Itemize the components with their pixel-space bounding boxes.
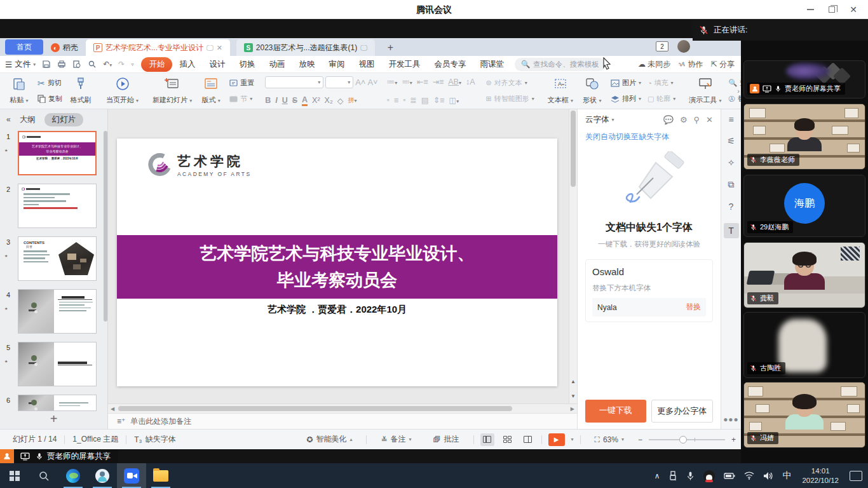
decrease-indent-button[interactable]: ⇤≡ xyxy=(417,77,428,86)
tray-mic-icon[interactable] xyxy=(683,463,698,488)
menu-tab-animation[interactable]: 动画 xyxy=(262,59,292,70)
menu-tab-transition[interactable]: 切换 xyxy=(232,59,262,70)
cloud-sync-status[interactable]: ☁ 未同步 xyxy=(638,59,670,70)
menu-tab-review[interactable]: 审阅 xyxy=(322,59,351,70)
taskbar-edge[interactable] xyxy=(58,463,88,488)
slide-nav-buttons[interactable]: ▲▼ xyxy=(569,374,577,403)
panel-collapse-icon[interactable]: « xyxy=(6,115,11,124)
new-tab-button[interactable]: + xyxy=(384,42,397,56)
menu-tab-view[interactable]: 视图 xyxy=(351,59,381,70)
participant-tile[interactable]: 古陶胜 xyxy=(743,312,865,378)
scroll-right-icon[interactable]: ▶ xyxy=(571,406,574,412)
increase-font-icon[interactable]: A˄ xyxy=(355,78,365,87)
taskbar-tencent-meeting[interactable] xyxy=(117,463,146,488)
subscript-button[interactable]: X₂ xyxy=(325,96,333,105)
slide-thumb-4[interactable]: 4 ⭑ xyxy=(18,289,104,334)
font-color-button[interactable]: A xyxy=(302,95,308,106)
theme-name[interactable]: 1_Office 主题 xyxy=(65,434,126,445)
toolbar-collapse-icon[interactable]: ▿ xyxy=(131,62,133,67)
thumbnail-scrollbar[interactable] xyxy=(104,131,107,322)
zoom-in-button[interactable]: + xyxy=(731,435,736,444)
fill-button[interactable]: ◔填充 ▾ xyxy=(646,78,677,88)
more-tools-icon[interactable]: ●●● xyxy=(723,415,739,424)
horizontal-scrollbar[interactable]: ◀ ▶ xyxy=(108,403,577,413)
current-slide[interactable]: 艺术学院 ACADEMY OF ARTS 艺术学院艺术与科技专业毕业设计、 毕业… xyxy=(117,139,557,386)
strikethrough-button[interactable]: S xyxy=(292,96,297,105)
fit-slide-button[interactable]: ⛶63% ▾ xyxy=(587,435,632,444)
slide-thumb-5[interactable]: 5 ⭑ xyxy=(18,342,104,386)
replace-link[interactable]: 替换 xyxy=(686,302,701,313)
gear-icon[interactable]: ⚙ xyxy=(680,115,688,125)
slide-layout-button[interactable]: 版式 ▾ xyxy=(197,75,225,107)
bullet-list-button[interactable]: ≔▾ xyxy=(387,77,398,86)
font-size-select[interactable]: ▾ xyxy=(325,76,353,88)
menu-tab-design[interactable]: 设计 xyxy=(202,59,232,70)
battery-icon[interactable] xyxy=(721,463,738,488)
section-button[interactable]: 节 ▾ xyxy=(227,93,256,104)
columns-button[interactable]: ◫▾ xyxy=(449,95,459,105)
picture-button[interactable]: 图片 ▾ xyxy=(609,78,643,88)
feedback-icon[interactable]: 💬 xyxy=(663,115,674,125)
participant-tile[interactable]: 海鹏 29赵海鹏 xyxy=(743,175,865,237)
command-search-input[interactable]: 🔍 查找命令、搜索模板 xyxy=(515,58,606,71)
tab-slides[interactable]: 幻灯片 xyxy=(44,113,84,126)
account-avatar[interactable] xyxy=(677,40,690,53)
bold-button[interactable]: B xyxy=(265,96,271,105)
align-left-button[interactable]: ⹀ xyxy=(387,95,390,105)
outline-button[interactable]: ▢轮廓 ▾ xyxy=(646,93,677,104)
tab-outline[interactable]: 大纲 xyxy=(20,114,36,125)
decrease-font-icon[interactable]: A˅ xyxy=(367,78,377,87)
align-right-button[interactable]: ⹀ xyxy=(403,95,405,105)
tab-close-icon[interactable]: ✕ xyxy=(217,44,222,52)
usb-icon[interactable] xyxy=(665,463,681,488)
strip-menu-icon[interactable]: ≡ xyxy=(728,114,733,125)
shapes-button[interactable]: 形状 ▾ xyxy=(578,75,606,107)
notes-bar[interactable]: ≡⁺ 单击此处添加备注 xyxy=(108,413,577,429)
ribbon-expand-chevron[interactable]: › xyxy=(737,87,740,95)
file-menu[interactable]: ☰ 文件 ▾ xyxy=(5,59,36,70)
superscript-button[interactable]: X² xyxy=(312,96,320,105)
comments-button[interactable]: 🗊批注 xyxy=(426,434,467,445)
reset-button[interactable]: 重置 xyxy=(227,78,256,88)
redo-icon[interactable]: ↷ xyxy=(118,60,125,69)
vertical-scrollbar[interactable] xyxy=(569,109,577,389)
print-icon[interactable] xyxy=(57,60,66,69)
close-panel-icon[interactable]: ✕ xyxy=(706,115,713,125)
text-direction-button[interactable]: AB▾ xyxy=(448,78,461,86)
participant-tile[interactable]: 冯婧 xyxy=(743,382,865,448)
italic-button[interactable]: I xyxy=(275,96,277,105)
start-button[interactable] xyxy=(0,463,29,488)
more-fonts-button[interactable]: 更多办公字体 xyxy=(651,400,714,423)
presentation-tools-button[interactable]: 演示工具 ▾ xyxy=(686,75,724,107)
notification-center-icon[interactable] xyxy=(846,463,865,488)
disable-auto-switch-link[interactable]: 关闭自动切换至缺失字体 xyxy=(585,132,713,142)
menu-tab-rain-classroom[interactable]: 雨课堂 xyxy=(473,59,511,70)
wifi-icon[interactable] xyxy=(741,463,757,488)
taskbar-contacts-app[interactable] xyxy=(88,463,117,488)
effects-star-icon[interactable]: ✧ xyxy=(728,158,735,168)
paste-button[interactable]: 粘贴 ▾ xyxy=(5,75,33,107)
taskbar-file-explorer[interactable] xyxy=(146,463,175,488)
window-count-badge[interactable]: 2 xyxy=(656,41,668,51)
next-slide-icon[interactable]: ▼ xyxy=(571,393,576,399)
notes-toggle-button[interactable]: ≚备注 ▾ xyxy=(373,434,419,445)
add-slide-button[interactable]: + xyxy=(0,412,107,426)
new-slide-button[interactable]: 新建幻灯片 ▾ xyxy=(150,75,194,107)
taskbar-search-button[interactable] xyxy=(29,463,58,488)
clock[interactable]: 14:01 2022/10/12 xyxy=(797,466,844,485)
close-button[interactable]: ✕ xyxy=(843,0,864,19)
tray-expand-icon[interactable]: ∧ xyxy=(651,463,663,488)
pinyin-guide-button[interactable]: 拼▾ xyxy=(348,96,356,105)
line-spacing-button[interactable]: ⇕≡ xyxy=(433,95,445,105)
menu-tab-insert[interactable]: 插入 xyxy=(172,59,202,70)
distribute-button[interactable]: ▤ xyxy=(421,95,429,105)
menu-tab-slideshow[interactable]: 放映 xyxy=(292,59,322,70)
copy-button[interactable]: 复制 xyxy=(36,93,64,104)
share-button[interactable]: ⇱ 分享 xyxy=(711,59,735,70)
replace-button[interactable]: Ⓐ替 xyxy=(726,93,741,104)
sort-text-button[interactable]: ↕A xyxy=(466,78,475,86)
align-center-button[interactable]: ≡ xyxy=(394,96,398,105)
normal-view-button[interactable] xyxy=(480,433,494,446)
slide-thumb-3[interactable]: 3 ⭑ CONTENTS 目录 xyxy=(18,236,104,281)
ime-indicator[interactable]: 中 xyxy=(779,463,794,488)
